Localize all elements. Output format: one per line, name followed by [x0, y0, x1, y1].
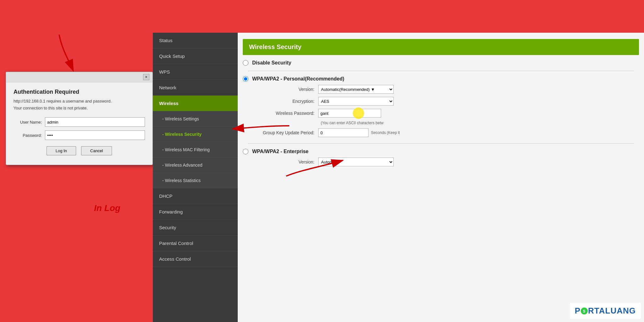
wpa-enterprise-row: WPA/WPA2 - Enterprise	[243, 149, 639, 154]
wpa-enterprise-radio[interactable]	[243, 149, 248, 154]
auth-buttons: Log In Cancel	[14, 146, 145, 155]
sidebar-item-wireless-stats[interactable]: - Wireless Statistics	[153, 173, 238, 188]
enterprise-version-select[interactable]: Automatic WPA WPA2	[318, 158, 394, 166]
portal-logo: PRTALUANG	[570, 303, 641, 319]
auth-dialog-close-button[interactable]: ×	[143, 74, 149, 80]
group-key-row: Group Key Update Period: Seconds (Keep i…	[255, 128, 639, 137]
group-key-input[interactable]	[318, 128, 369, 137]
disable-security-row: Disable Security	[243, 60, 639, 66]
enterprise-version-label: Version:	[255, 159, 318, 164]
username-input[interactable]	[45, 117, 145, 127]
portal-logo-coin	[581, 308, 588, 314]
disable-security-label: Disable Security	[252, 60, 291, 66]
wpa-enterprise-option: WPA/WPA2 - Enterprise Version: Automatic…	[243, 149, 639, 166]
wpa-personal-radio[interactable]	[243, 76, 248, 82]
password-hint-row: (You can enter ASCII characters betw	[255, 121, 639, 125]
sidebar-item-wireless-mac[interactable]: - Wireless MAC Filtering	[153, 142, 238, 158]
auth-dialog-body: Authentication Required http://192.168.0…	[6, 82, 153, 165]
in-log-annotation: In Log	[94, 203, 120, 213]
sidebar-item-wireless-advanced[interactable]: - Wireless Advanced	[153, 158, 238, 173]
encryption-row: Encryption: AES TKIP Automatic	[255, 97, 639, 106]
auth-dialog-title: Authentication Required	[14, 89, 145, 95]
router-panel: Status Quick Setup WPS Network Wireless …	[153, 33, 644, 322]
auth-dialog-titlebar: ×	[6, 72, 153, 82]
security-options: Disable Security WPA/WPA2 - Personal(Rec…	[238, 60, 644, 166]
divider-1	[248, 71, 634, 71]
wireless-password-input[interactable]	[318, 109, 381, 118]
sidebar-item-wireless[interactable]: Wireless	[153, 96, 238, 111]
cancel-button[interactable]: Cancel	[81, 146, 112, 155]
password-row: Password:	[14, 130, 145, 140]
username-row: User Name:	[14, 117, 145, 127]
main-content: Wireless Security Disable Security WPA/W…	[238, 33, 644, 322]
portal-logo-text: PRTALUANG	[575, 306, 636, 316]
sidebar-item-forwarding[interactable]: Forwarding	[153, 204, 238, 220]
auth-form: User Name: Password:	[14, 117, 145, 140]
version-select[interactable]: Automatic(Recommended) ▼ WPA WPA2	[318, 85, 394, 94]
sidebar-item-access-control[interactable]: Access Control	[153, 251, 238, 267]
login-button[interactable]: Log In	[47, 146, 76, 155]
sidebar-item-wps[interactable]: WPS	[153, 64, 238, 80]
password-row-main: Wireless Password:	[255, 109, 639, 118]
section-header: Wireless Security	[243, 39, 639, 55]
password-label: Password:	[14, 133, 45, 138]
auth-dialog: × Authentication Required http://192.168…	[6, 72, 153, 165]
group-key-label: Group Key Update Period:	[255, 130, 318, 135]
sidebar-item-wireless-settings[interactable]: - Wireless Settings	[153, 111, 238, 127]
divider-2	[248, 143, 634, 144]
disable-security-radio[interactable]	[243, 60, 248, 66]
version-label: Version:	[255, 87, 318, 92]
wpa-personal-option: WPA/WPA2 - Personal(Recommended) Version…	[243, 76, 639, 137]
group-key-suffix: Seconds (Keep it	[371, 130, 400, 135]
sidebar-item-quick-setup[interactable]: Quick Setup	[153, 48, 238, 64]
encryption-select[interactable]: AES TKIP Automatic	[318, 97, 394, 106]
wpa-enterprise-label: WPA/WPA2 - Enterprise	[252, 149, 308, 154]
encryption-label: Encryption:	[255, 99, 318, 104]
sidebar-item-security[interactable]: Security	[153, 220, 238, 236]
sidebar-item-network[interactable]: Network	[153, 80, 238, 96]
sidebar-item-dhcp[interactable]: DHCP	[153, 188, 238, 204]
password-input[interactable]	[45, 130, 145, 140]
wpa-personal-label: WPA/WPA2 - Personal(Recommended)	[252, 76, 344, 82]
sidebar: Status Quick Setup WPS Network Wireless …	[153, 33, 238, 322]
wpa-personal-fields: Version: Automatic(Recommended) ▼ WPA WP…	[243, 85, 639, 137]
auth-dialog-desc1: http://192.168.0.1 requires a username a…	[14, 98, 145, 104]
sidebar-item-parental-control[interactable]: Parental Control	[153, 236, 238, 251]
password-hint-text: (You can enter ASCII characters betw	[321, 121, 384, 125]
wpa-personal-row: WPA/WPA2 - Personal(Recommended)	[243, 76, 639, 82]
sidebar-item-status[interactable]: Status	[153, 33, 238, 48]
wireless-password-label: Wireless Password:	[255, 111, 318, 116]
enterprise-version-row: Version: Automatic WPA WPA2	[255, 158, 639, 166]
username-label: User Name:	[14, 120, 45, 125]
version-row: Version: Automatic(Recommended) ▼ WPA WP…	[255, 85, 639, 94]
sidebar-item-wireless-security[interactable]: - Wireless Security	[153, 127, 238, 142]
auth-dialog-desc2: Your connection to this site is not priv…	[14, 105, 145, 111]
wpa-enterprise-fields: Version: Automatic WPA WPA2	[243, 158, 639, 166]
